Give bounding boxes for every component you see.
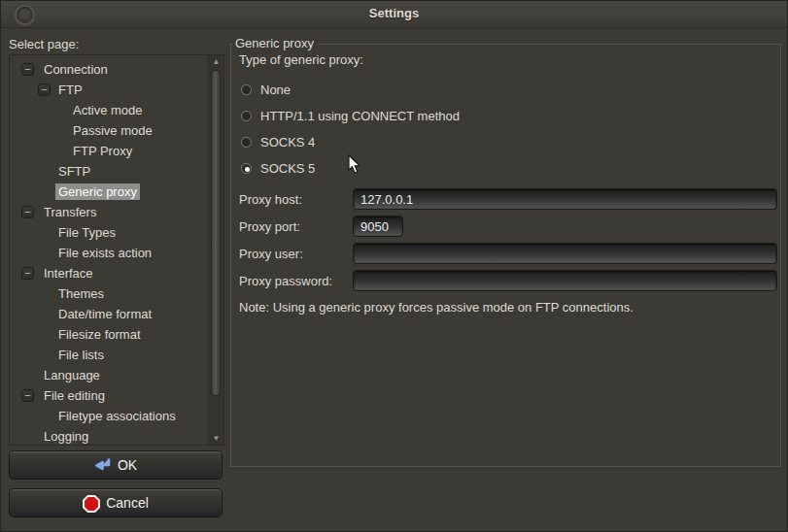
tree-item-language[interactable]: Language bbox=[10, 365, 208, 385]
ok-button-label: OK bbox=[118, 457, 137, 473]
tree-item-label: FTP bbox=[55, 82, 86, 98]
field-label: Proxy password: bbox=[239, 274, 353, 288]
proxy-port-input[interactable] bbox=[353, 216, 403, 237]
field-label: Proxy host: bbox=[239, 192, 353, 207]
tree-item-label: File lists bbox=[55, 347, 107, 363]
collapse-icon[interactable]: − bbox=[21, 389, 34, 402]
collapse-icon[interactable]: − bbox=[38, 83, 51, 96]
radio-button-http-1-1-using-connect-method[interactable] bbox=[241, 111, 252, 121]
proxy-user-input[interactable] bbox=[353, 243, 777, 264]
tree-item-file-editing[interactable]: −File editing bbox=[10, 385, 208, 406]
tree-item-label: SFTP bbox=[55, 163, 93, 180]
tree-item-label: Active mode bbox=[70, 102, 146, 118]
tree-item-label: Language bbox=[41, 367, 103, 383]
titlebar[interactable]: Settings bbox=[1, 1, 787, 28]
collapse-icon[interactable]: − bbox=[21, 63, 34, 76]
radio-row-socks-5[interactable]: SOCKS 5 bbox=[239, 155, 777, 182]
tree-item-file-types[interactable]: File Types bbox=[10, 222, 208, 243]
field-row-proxy-password: Proxy password: bbox=[239, 270, 777, 291]
tree-item-generic-proxy[interactable]: Generic proxy bbox=[10, 182, 208, 202]
tree-item-themes[interactable]: Themes bbox=[10, 283, 208, 304]
scroll-up-icon[interactable]: ▲ bbox=[209, 57, 223, 66]
radio-label: SOCKS 5 bbox=[260, 161, 315, 176]
ok-button[interactable]: OK bbox=[9, 450, 223, 480]
proxy-type-radio-group: NoneHTTP/1.1 using CONNECT methodSOCKS 4… bbox=[239, 77, 777, 182]
proxy-form: Proxy host:Proxy port:Proxy user:Proxy p… bbox=[239, 188, 777, 291]
field-label: Proxy user: bbox=[239, 247, 353, 261]
scrollbar-thumb[interactable] bbox=[211, 70, 221, 396]
tree-item-label: Date/time format bbox=[55, 306, 154, 322]
tree-item-label: File exists action bbox=[55, 245, 154, 261]
tree-item-filetype-associations[interactable]: Filetype associations bbox=[10, 406, 208, 426]
radio-label: HTTP/1.1 using CONNECT method bbox=[260, 109, 460, 123]
radio-label: SOCKS 4 bbox=[260, 135, 315, 150]
stop-sign-icon bbox=[83, 495, 102, 511]
cancel-button-label: Cancel bbox=[106, 495, 149, 511]
enter-arrow-icon bbox=[94, 457, 114, 473]
collapse-icon[interactable]: − bbox=[21, 267, 34, 280]
tree-item-transfers[interactable]: −Transfers bbox=[10, 202, 208, 222]
radio-button-socks-5[interactable] bbox=[241, 163, 252, 174]
tree-item-label: Connection bbox=[41, 61, 111, 78]
radio-button-socks-4[interactable] bbox=[241, 137, 252, 148]
proxy-type-label: Type of generic proxy: bbox=[239, 52, 777, 67]
tree-item-file-exists-action[interactable]: File exists action bbox=[10, 243, 208, 263]
tree-item-active-mode[interactable]: Active mode bbox=[10, 100, 208, 120]
generic-proxy-groupbox: Generic proxy Type of generic proxy: Non… bbox=[230, 44, 781, 467]
tree-item-label: Themes bbox=[55, 285, 107, 302]
window-title: Settings bbox=[1, 6, 787, 20]
field-row-proxy-host: Proxy host: bbox=[239, 188, 777, 210]
tree-item-label: Transfers bbox=[41, 204, 99, 220]
tree-item-label: Filetype associations bbox=[55, 408, 179, 424]
proxy-password-input[interactable] bbox=[353, 270, 777, 291]
groupbox-title: Generic proxy bbox=[233, 36, 319, 50]
mouse-cursor bbox=[348, 154, 361, 175]
tree-item-label: Generic proxy bbox=[55, 183, 140, 200]
radio-row-socks-4[interactable]: SOCKS 4 bbox=[239, 129, 777, 155]
scroll-down-icon[interactable]: ▼ bbox=[209, 434, 223, 443]
field-row-proxy-user: Proxy user: bbox=[239, 243, 777, 264]
tree-item-logging[interactable]: Logging bbox=[10, 426, 208, 446]
cancel-button[interactable]: Cancel bbox=[9, 488, 223, 517]
radio-row-http-1-1-using-connect-method[interactable]: HTTP/1.1 using CONNECT method bbox=[239, 103, 777, 129]
tree-item-label: File Types bbox=[55, 224, 119, 241]
tree-item-label: FTP Proxy bbox=[70, 143, 135, 159]
tree-item-connection[interactable]: −Connection bbox=[10, 59, 208, 80]
tree-item-label: Filesize format bbox=[55, 326, 144, 343]
radio-row-none[interactable]: None bbox=[239, 77, 777, 103]
radio-label: None bbox=[260, 83, 291, 97]
tree-item-label: Passive mode bbox=[70, 122, 155, 139]
tree-item-label: File editing bbox=[41, 387, 108, 404]
tree-item-file-lists[interactable]: File lists bbox=[10, 345, 208, 365]
collapse-icon[interactable]: − bbox=[21, 206, 34, 218]
tree-item-sftp[interactable]: SFTP bbox=[10, 161, 208, 182]
tree-item-passive-mode[interactable]: Passive mode bbox=[10, 120, 208, 141]
field-row-proxy-port: Proxy port: bbox=[239, 216, 777, 237]
tree-item-date-time-format[interactable]: Date/time format bbox=[10, 304, 208, 324]
tree-item-label: Interface bbox=[41, 265, 96, 282]
tree-item-ftp-proxy[interactable]: FTP Proxy bbox=[10, 141, 208, 161]
tree-item-interface[interactable]: −Interface bbox=[10, 263, 208, 283]
tree-scrollbar[interactable]: ▲ ▼ bbox=[209, 54, 224, 446]
proxy-host-input[interactable] bbox=[353, 188, 777, 210]
tree-item-filesize-format[interactable]: Filesize format bbox=[10, 324, 208, 345]
select-page-label: Select page: bbox=[9, 37, 79, 51]
radio-button-none[interactable] bbox=[241, 84, 252, 95]
tree-item-ftp[interactable]: −FTP bbox=[10, 80, 208, 100]
settings-dialog: Settings Select page: −Connection−FTPAct… bbox=[0, 0, 788, 532]
page-tree[interactable]: −Connection−FTPActive modePassive modeFT… bbox=[9, 54, 209, 446]
tree-item-label: Logging bbox=[41, 428, 91, 445]
proxy-note: Note: Using a generic proxy forces passi… bbox=[239, 300, 777, 315]
field-label: Proxy port: bbox=[239, 219, 353, 234]
